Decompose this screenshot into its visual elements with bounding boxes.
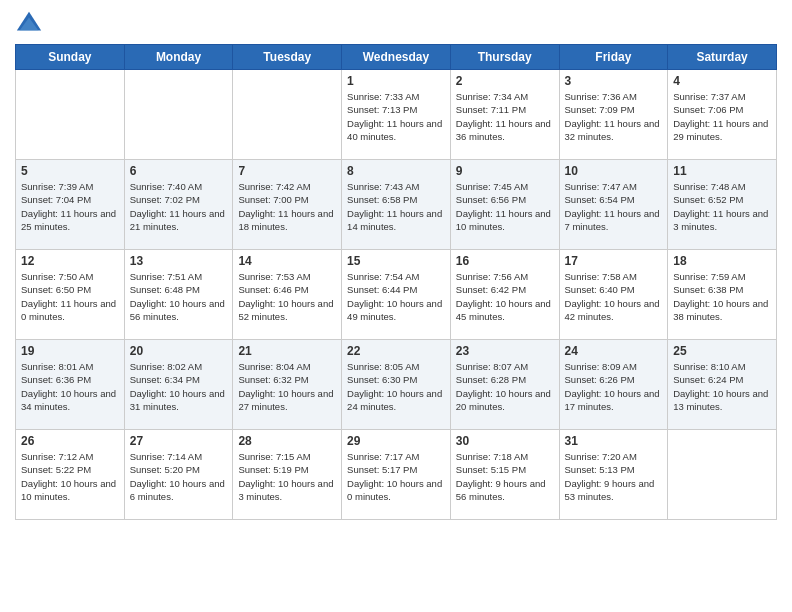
week-row-3: 12Sunrise: 7:50 AM Sunset: 6:50 PM Dayli… bbox=[16, 250, 777, 340]
day-info: Sunrise: 7:34 AM Sunset: 7:11 PM Dayligh… bbox=[456, 90, 554, 143]
day-info: Sunrise: 7:14 AM Sunset: 5:20 PM Dayligh… bbox=[130, 450, 228, 503]
day-cell: 6Sunrise: 7:40 AM Sunset: 7:02 PM Daylig… bbox=[124, 160, 233, 250]
day-number: 22 bbox=[347, 344, 445, 358]
day-cell: 23Sunrise: 8:07 AM Sunset: 6:28 PM Dayli… bbox=[450, 340, 559, 430]
day-info: Sunrise: 8:10 AM Sunset: 6:24 PM Dayligh… bbox=[673, 360, 771, 413]
day-cell: 4Sunrise: 7:37 AM Sunset: 7:06 PM Daylig… bbox=[668, 70, 777, 160]
day-info: Sunrise: 8:09 AM Sunset: 6:26 PM Dayligh… bbox=[565, 360, 663, 413]
day-info: Sunrise: 7:43 AM Sunset: 6:58 PM Dayligh… bbox=[347, 180, 445, 233]
day-cell: 5Sunrise: 7:39 AM Sunset: 7:04 PM Daylig… bbox=[16, 160, 125, 250]
day-info: Sunrise: 7:15 AM Sunset: 5:19 PM Dayligh… bbox=[238, 450, 336, 503]
day-number: 3 bbox=[565, 74, 663, 88]
day-cell: 27Sunrise: 7:14 AM Sunset: 5:20 PM Dayli… bbox=[124, 430, 233, 520]
day-number: 7 bbox=[238, 164, 336, 178]
day-info: Sunrise: 7:37 AM Sunset: 7:06 PM Dayligh… bbox=[673, 90, 771, 143]
day-number: 29 bbox=[347, 434, 445, 448]
day-cell: 11Sunrise: 7:48 AM Sunset: 6:52 PM Dayli… bbox=[668, 160, 777, 250]
day-info: Sunrise: 8:01 AM Sunset: 6:36 PM Dayligh… bbox=[21, 360, 119, 413]
day-cell bbox=[124, 70, 233, 160]
day-number: 11 bbox=[673, 164, 771, 178]
header-cell-sunday: Sunday bbox=[16, 45, 125, 70]
day-cell: 31Sunrise: 7:20 AM Sunset: 5:13 PM Dayli… bbox=[559, 430, 668, 520]
calendar-table: SundayMondayTuesdayWednesdayThursdayFrid… bbox=[15, 44, 777, 520]
day-cell: 26Sunrise: 7:12 AM Sunset: 5:22 PM Dayli… bbox=[16, 430, 125, 520]
header-cell-tuesday: Tuesday bbox=[233, 45, 342, 70]
day-info: Sunrise: 7:39 AM Sunset: 7:04 PM Dayligh… bbox=[21, 180, 119, 233]
day-info: Sunrise: 7:17 AM Sunset: 5:17 PM Dayligh… bbox=[347, 450, 445, 503]
day-number: 17 bbox=[565, 254, 663, 268]
day-cell: 12Sunrise: 7:50 AM Sunset: 6:50 PM Dayli… bbox=[16, 250, 125, 340]
day-number: 8 bbox=[347, 164, 445, 178]
day-info: Sunrise: 8:04 AM Sunset: 6:32 PM Dayligh… bbox=[238, 360, 336, 413]
day-cell: 2Sunrise: 7:34 AM Sunset: 7:11 PM Daylig… bbox=[450, 70, 559, 160]
day-info: Sunrise: 7:53 AM Sunset: 6:46 PM Dayligh… bbox=[238, 270, 336, 323]
calendar-body: 1Sunrise: 7:33 AM Sunset: 7:13 PM Daylig… bbox=[16, 70, 777, 520]
day-cell: 17Sunrise: 7:58 AM Sunset: 6:40 PM Dayli… bbox=[559, 250, 668, 340]
header-cell-thursday: Thursday bbox=[450, 45, 559, 70]
day-cell: 9Sunrise: 7:45 AM Sunset: 6:56 PM Daylig… bbox=[450, 160, 559, 250]
day-cell: 20Sunrise: 8:02 AM Sunset: 6:34 PM Dayli… bbox=[124, 340, 233, 430]
header-cell-wednesday: Wednesday bbox=[342, 45, 451, 70]
day-info: Sunrise: 7:50 AM Sunset: 6:50 PM Dayligh… bbox=[21, 270, 119, 323]
day-cell: 13Sunrise: 7:51 AM Sunset: 6:48 PM Dayli… bbox=[124, 250, 233, 340]
day-number: 2 bbox=[456, 74, 554, 88]
day-number: 10 bbox=[565, 164, 663, 178]
day-number: 1 bbox=[347, 74, 445, 88]
day-number: 25 bbox=[673, 344, 771, 358]
logo bbox=[15, 10, 47, 38]
day-cell: 30Sunrise: 7:18 AM Sunset: 5:15 PM Dayli… bbox=[450, 430, 559, 520]
day-cell: 25Sunrise: 8:10 AM Sunset: 6:24 PM Dayli… bbox=[668, 340, 777, 430]
day-number: 28 bbox=[238, 434, 336, 448]
day-number: 26 bbox=[21, 434, 119, 448]
day-cell: 8Sunrise: 7:43 AM Sunset: 6:58 PM Daylig… bbox=[342, 160, 451, 250]
day-cell: 3Sunrise: 7:36 AM Sunset: 7:09 PM Daylig… bbox=[559, 70, 668, 160]
day-number: 15 bbox=[347, 254, 445, 268]
day-info: Sunrise: 7:42 AM Sunset: 7:00 PM Dayligh… bbox=[238, 180, 336, 233]
day-cell: 29Sunrise: 7:17 AM Sunset: 5:17 PM Dayli… bbox=[342, 430, 451, 520]
day-number: 4 bbox=[673, 74, 771, 88]
header-cell-friday: Friday bbox=[559, 45, 668, 70]
week-row-1: 1Sunrise: 7:33 AM Sunset: 7:13 PM Daylig… bbox=[16, 70, 777, 160]
day-number: 30 bbox=[456, 434, 554, 448]
day-cell: 21Sunrise: 8:04 AM Sunset: 6:32 PM Dayli… bbox=[233, 340, 342, 430]
day-info: Sunrise: 7:45 AM Sunset: 6:56 PM Dayligh… bbox=[456, 180, 554, 233]
day-number: 6 bbox=[130, 164, 228, 178]
day-cell: 14Sunrise: 7:53 AM Sunset: 6:46 PM Dayli… bbox=[233, 250, 342, 340]
day-info: Sunrise: 7:18 AM Sunset: 5:15 PM Dayligh… bbox=[456, 450, 554, 503]
calendar-header: SundayMondayTuesdayWednesdayThursdayFrid… bbox=[16, 45, 777, 70]
day-cell: 28Sunrise: 7:15 AM Sunset: 5:19 PM Dayli… bbox=[233, 430, 342, 520]
day-cell: 24Sunrise: 8:09 AM Sunset: 6:26 PM Dayli… bbox=[559, 340, 668, 430]
day-number: 16 bbox=[456, 254, 554, 268]
day-cell: 15Sunrise: 7:54 AM Sunset: 6:44 PM Dayli… bbox=[342, 250, 451, 340]
day-number: 23 bbox=[456, 344, 554, 358]
day-info: Sunrise: 7:59 AM Sunset: 6:38 PM Dayligh… bbox=[673, 270, 771, 323]
week-row-4: 19Sunrise: 8:01 AM Sunset: 6:36 PM Dayli… bbox=[16, 340, 777, 430]
day-info: Sunrise: 8:05 AM Sunset: 6:30 PM Dayligh… bbox=[347, 360, 445, 413]
day-info: Sunrise: 7:20 AM Sunset: 5:13 PM Dayligh… bbox=[565, 450, 663, 503]
day-cell: 10Sunrise: 7:47 AM Sunset: 6:54 PM Dayli… bbox=[559, 160, 668, 250]
day-info: Sunrise: 7:48 AM Sunset: 6:52 PM Dayligh… bbox=[673, 180, 771, 233]
day-info: Sunrise: 7:56 AM Sunset: 6:42 PM Dayligh… bbox=[456, 270, 554, 323]
day-info: Sunrise: 7:33 AM Sunset: 7:13 PM Dayligh… bbox=[347, 90, 445, 143]
day-info: Sunrise: 7:36 AM Sunset: 7:09 PM Dayligh… bbox=[565, 90, 663, 143]
day-info: Sunrise: 7:51 AM Sunset: 6:48 PM Dayligh… bbox=[130, 270, 228, 323]
day-cell: 7Sunrise: 7:42 AM Sunset: 7:00 PM Daylig… bbox=[233, 160, 342, 250]
day-info: Sunrise: 7:58 AM Sunset: 6:40 PM Dayligh… bbox=[565, 270, 663, 323]
header-row: SundayMondayTuesdayWednesdayThursdayFrid… bbox=[16, 45, 777, 70]
page-header bbox=[15, 10, 777, 38]
day-number: 24 bbox=[565, 344, 663, 358]
day-cell bbox=[16, 70, 125, 160]
day-cell: 1Sunrise: 7:33 AM Sunset: 7:13 PM Daylig… bbox=[342, 70, 451, 160]
day-cell bbox=[233, 70, 342, 160]
week-row-5: 26Sunrise: 7:12 AM Sunset: 5:22 PM Dayli… bbox=[16, 430, 777, 520]
logo-icon bbox=[15, 10, 43, 38]
day-number: 21 bbox=[238, 344, 336, 358]
day-number: 13 bbox=[130, 254, 228, 268]
header-cell-monday: Monday bbox=[124, 45, 233, 70]
day-info: Sunrise: 7:47 AM Sunset: 6:54 PM Dayligh… bbox=[565, 180, 663, 233]
day-number: 19 bbox=[21, 344, 119, 358]
day-info: Sunrise: 8:07 AM Sunset: 6:28 PM Dayligh… bbox=[456, 360, 554, 413]
day-cell: 16Sunrise: 7:56 AM Sunset: 6:42 PM Dayli… bbox=[450, 250, 559, 340]
day-number: 14 bbox=[238, 254, 336, 268]
day-number: 31 bbox=[565, 434, 663, 448]
